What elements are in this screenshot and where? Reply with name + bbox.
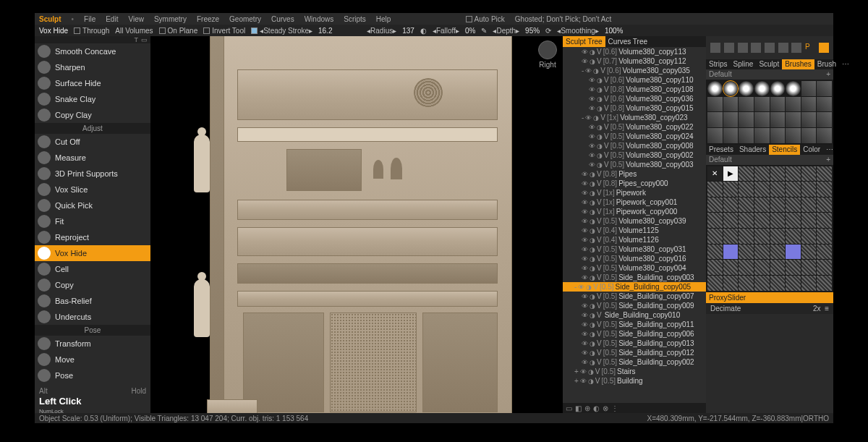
ghost-icon[interactable]: ◑	[588, 368, 594, 375]
stencil-item[interactable]	[770, 166, 786, 182]
brush-item[interactable]	[723, 112, 739, 127]
stencil-item[interactable]	[786, 276, 801, 291]
tool-cut-off[interactable]: Cut Off	[35, 134, 150, 150]
ghost-icon[interactable]: ◑	[590, 190, 595, 197]
stencil-item[interactable]	[739, 166, 754, 182]
visibility-icon[interactable]: 👁	[589, 86, 595, 93]
visibility-icon[interactable]: 👁	[589, 143, 595, 150]
ghost-icon[interactable]: ◑	[590, 340, 595, 347]
stencil-item[interactable]	[817, 276, 832, 291]
visibility-icon[interactable]: 👁	[582, 321, 588, 328]
visibility-icon[interactable]: 👁	[578, 284, 584, 291]
ghost-icon[interactable]: ◑	[590, 265, 595, 272]
tree-item[interactable]: 👁◑V [0.5]Volume380_copy002	[563, 150, 706, 160]
visibility-icon[interactable]: 👁	[582, 218, 588, 225]
brush-item[interactable]	[770, 81, 786, 96]
more-icon[interactable]: ⋯	[823, 145, 836, 155]
brush-item[interactable]	[739, 112, 754, 127]
tree-btn[interactable]: ⊕	[584, 404, 590, 412]
tool-smooth-concave[interactable]: Smooth Concave	[35, 43, 150, 59]
tool-icon[interactable]	[710, 43, 720, 53]
tree-item[interactable]: 👁◑V [0.5]Side_Building_copy013	[563, 339, 706, 348]
tree-item[interactable]: 👁◑V [0.5]Volume380_copy031	[563, 245, 706, 254]
tab-presets[interactable]: Presets	[706, 145, 736, 155]
stencil-item[interactable]	[801, 213, 817, 228]
tree-item[interactable]: 👁◑V [0.6]Volume380_copy113	[563, 47, 706, 56]
brush-item[interactable]	[707, 112, 723, 127]
ghost-icon[interactable]: ◑	[597, 86, 603, 93]
visibility-icon[interactable]: 👁	[582, 274, 588, 281]
ghost-icon[interactable]: ◑	[590, 331, 595, 338]
tool-icon[interactable]	[791, 43, 801, 53]
tab-brushes[interactable]: Brushes	[782, 59, 814, 69]
stencil-item[interactable]	[801, 229, 817, 244]
tree-btn[interactable]: ⊗	[603, 404, 608, 412]
tree-item[interactable]: 👁◑V [0.6]Volume380_copy110	[563, 75, 706, 85]
panel-icon[interactable]: T	[135, 36, 139, 43]
stencil-item[interactable]	[723, 276, 739, 291]
visibility-icon[interactable]: 👁	[589, 124, 595, 131]
stencil-item[interactable]	[770, 213, 786, 228]
tree-item[interactable]: 👁◑V [0.5]Volume380_copy024	[563, 132, 706, 141]
ghost-icon[interactable]: ◑	[590, 208, 595, 216]
stencil-item[interactable]	[754, 213, 770, 228]
ghost-icon[interactable]: ◑	[590, 246, 595, 253]
tool-snake-clay[interactable]: Snake Clay	[35, 91, 150, 107]
menu-view[interactable]: View	[128, 15, 144, 23]
brush-item[interactable]	[801, 112, 817, 127]
tree-item[interactable]: -👁◑V [1x]Volume380_copy023	[563, 113, 706, 122]
stencil-item[interactable]	[786, 260, 801, 275]
stencil-item[interactable]	[754, 229, 770, 244]
tree-item[interactable]: 👁◑V [0.4]Volume1126	[563, 235, 706, 245]
visibility-icon[interactable]: 👁	[582, 359, 588, 366]
brush-item[interactable]	[739, 81, 754, 96]
brush-item[interactable]	[770, 97, 786, 112]
tree-item[interactable]: 👁◑V Side_Building_copy010	[563, 310, 706, 320]
tree-btn[interactable]: ▭	[566, 404, 572, 412]
stencil-item[interactable]	[786, 245, 801, 260]
tab-sculpt[interactable]: Sculpt	[756, 59, 782, 69]
stencil-item[interactable]	[754, 260, 770, 275]
tree-item[interactable]: -👁◑V [0.5]Side_Building_copy005	[563, 282, 706, 292]
tree-item[interactable]: 👁◑V [0.5]Side_Building_copy012	[563, 348, 706, 357]
tool-icon[interactable]	[765, 43, 775, 53]
stencil-item[interactable]	[786, 229, 801, 244]
ghost-icon[interactable]: ◑	[590, 237, 595, 244]
ghost-icon[interactable]: ◑	[590, 349, 595, 357]
tool-3d-print-supports[interactable]: 3D Print Supports	[35, 166, 150, 182]
tool-vox-hide[interactable]: Vox Hide	[35, 245, 150, 261]
menu-help[interactable]: Help	[376, 15, 391, 23]
ghost-icon[interactable]: ◑	[590, 359, 595, 366]
ghost-icon[interactable]: ◑	[590, 218, 595, 225]
tree-item[interactable]: 👁◑V [0.5]Side_Building_copy006	[563, 329, 706, 339]
ghost-icon[interactable]: ◑	[597, 161, 603, 169]
visibility-icon[interactable]: 👁	[585, 114, 592, 122]
visibility-icon[interactable]: 👁	[582, 171, 588, 178]
brush-item[interactable]	[723, 128, 739, 143]
stencil-item[interactable]	[707, 182, 723, 197]
panel-collapse-icon[interactable]: ▭	[141, 36, 148, 43]
stencil-item[interactable]	[707, 229, 723, 244]
stencil-item[interactable]	[723, 197, 739, 213]
visibility-icon[interactable]: 👁	[582, 349, 588, 357]
brush-item[interactable]	[707, 97, 723, 112]
stencil-item[interactable]	[817, 213, 832, 228]
stencil-item[interactable]	[723, 182, 739, 197]
menu-symmetry[interactable]: Symmetry	[154, 15, 187, 23]
brush-item[interactable]	[817, 112, 832, 127]
tab-shaders[interactable]: Shaders	[736, 145, 769, 155]
tree-item[interactable]: -👁◑V [0.6]Volume380_copy035	[563, 66, 706, 75]
stencil-item[interactable]	[817, 245, 832, 260]
menu-scripts[interactable]: Scripts	[344, 15, 366, 23]
ghost-icon[interactable]: ◑	[590, 58, 595, 65]
ghost-icon[interactable]: ◑	[597, 95, 603, 103]
visibility-icon[interactable]: 👁	[589, 77, 595, 84]
stencil-folder[interactable]: Default+	[706, 155, 833, 165]
brush-item[interactable]	[754, 112, 770, 127]
visibility-icon[interactable]: 👁	[582, 293, 588, 300]
brush-item[interactable]	[770, 128, 786, 143]
ghost-icon[interactable]: ◑	[597, 133, 603, 140]
tree-item[interactable]: 👁◑V [0.5]Volume380_copy008	[563, 141, 706, 150]
opt-through[interactable]: Through	[74, 27, 109, 35]
ghost-icon[interactable]: ◑	[590, 48, 595, 56]
